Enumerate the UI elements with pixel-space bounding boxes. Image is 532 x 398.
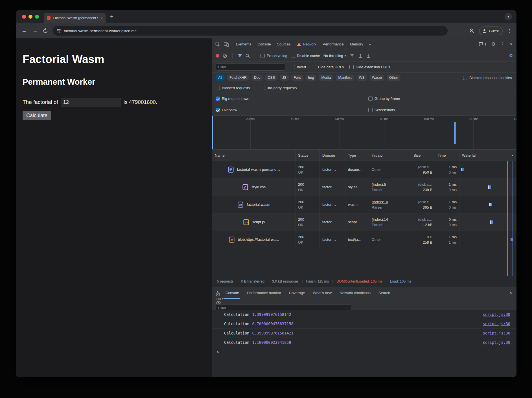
minimize-window-button[interactable] <box>29 15 32 19</box>
network-conditions-icon[interactable] <box>349 54 355 58</box>
source-link[interactable]: script.js:30 <box>483 331 510 335</box>
checkbox[interactable] <box>261 86 265 90</box>
maximize-window-button[interactable] <box>35 15 39 19</box>
clear-console-icon[interactable] <box>216 292 220 297</box>
filter-chip-other[interactable]: Other <box>387 75 400 81</box>
request-row[interactable]: style.css 200OK factori… styles… (index)… <box>212 178 516 196</box>
preserve-log-checkbox[interactable]: Preserve log <box>260 54 287 58</box>
filter-chip-ws[interactable]: WS <box>356 75 367 81</box>
drawer-tab-network-conditions[interactable]: Network conditions <box>336 287 375 299</box>
overview-checkbox[interactable]: Overview <box>216 108 368 112</box>
more-tabs-icon[interactable]: » <box>366 42 373 47</box>
live-expression-eye-icon[interactable] <box>216 301 221 305</box>
devtools-settings-icon[interactable]: ⚙ <box>491 42 495 47</box>
source-link[interactable]: script.js:30 <box>483 312 510 317</box>
close-window-button[interactable] <box>22 15 26 19</box>
browser-tab[interactable]: Factorial Wasm (permanent W × <box>44 13 106 23</box>
drawer-tab-console[interactable]: Console <box>222 287 243 299</box>
request-row[interactable]: factorial-wasm-permane… 200OK factori… d… <box>212 161 516 178</box>
column-header-type[interactable]: Type <box>345 150 369 161</box>
device-toolbar-icon[interactable] <box>224 41 229 47</box>
checkbox[interactable] <box>463 76 467 80</box>
initiator-link[interactable]: (index):5 <box>372 182 408 187</box>
column-header-size[interactable]: Size <box>411 150 435 161</box>
hide-data-urls-checkbox[interactable]: Hide data URLs <box>312 65 344 69</box>
factorial-input[interactable] <box>61 98 121 106</box>
filter-chip-wasm[interactable]: Wasm <box>369 75 384 81</box>
forward-button[interactable]: → <box>32 28 38 34</box>
network-filter-input[interactable] <box>216 64 285 71</box>
hide-extension-urls-checkbox[interactable]: Hide extension URLs <box>349 65 390 69</box>
import-har-icon[interactable] <box>358 54 363 58</box>
devtools-menu-icon[interactable]: ⋮ <box>500 41 505 47</box>
column-header-status[interactable]: Status <box>295 150 319 161</box>
source-link[interactable]: script.js:30 <box>483 322 510 326</box>
drawer-tab-performance-monitor[interactable]: Performance monitor <box>243 287 285 299</box>
reload-button[interactable] <box>43 28 48 33</box>
address-bar[interactable]: factorial-wasm-permanent-worker.glitch.m… <box>52 26 448 36</box>
checkbox[interactable] <box>368 108 373 112</box>
column-header-domain[interactable]: Domain <box>319 150 345 161</box>
source-link[interactable]: script.js:30 <box>483 340 510 345</box>
drawer-tab-search[interactable]: Search <box>375 287 394 299</box>
checkbox[interactable] <box>312 65 316 69</box>
record-network-log-button[interactable] <box>216 54 219 58</box>
column-header-initiator[interactable]: Initiator <box>369 150 411 161</box>
checkbox-checked[interactable] <box>216 97 220 101</box>
initiator-link[interactable]: (index):10 <box>372 199 408 205</box>
checkbox[interactable] <box>291 54 295 58</box>
blocked-response-cookies-checkbox[interactable]: Blocked response cookies <box>463 76 512 80</box>
filter-chip-all[interactable]: All <box>216 75 225 81</box>
column-header-time[interactable]: Time <box>435 150 459 161</box>
checkbox-checked[interactable] <box>216 108 220 112</box>
filter-chip-fetch-xhr[interactable]: Fetch/XHR <box>227 75 249 81</box>
search-icon[interactable] <box>246 54 250 58</box>
drawer-tab-whats-new[interactable]: What's new <box>309 287 336 299</box>
checkbox[interactable] <box>349 65 354 69</box>
drawer-tab-coverage[interactable]: Coverage <box>285 287 309 299</box>
inspect-element-icon[interactable] <box>215 41 221 47</box>
clear-network-log-icon[interactable] <box>223 54 227 58</box>
invert-checkbox[interactable]: Invert <box>291 65 306 69</box>
tab-sources[interactable]: Sources <box>274 38 294 50</box>
disable-cache-checkbox[interactable]: Disable cache <box>291 54 320 58</box>
filter-chip-js[interactable]: JS <box>280 75 289 81</box>
column-header-name[interactable]: Name <box>212 150 295 161</box>
network-overview-timeline[interactable]: 20 ms 40 ms 60 ms 80 ms 100 ms 120 ms 14 <box>212 116 516 150</box>
profile-button[interactable]: Guest <box>479 27 503 35</box>
request-row[interactable]: <> script.js 200OK factori… script (inde… <box>212 213 516 231</box>
filter-chip-manifest[interactable]: Manifest <box>336 75 354 81</box>
console-prompt[interactable]: > <box>212 347 516 357</box>
group-by-frame-checkbox[interactable]: Group by frame <box>368 97 400 101</box>
tab-memory[interactable]: Memory <box>347 38 366 50</box>
request-row[interactable]: <> blob:https://factorial-wa… 200OK fact… <box>212 231 516 248</box>
tab-search-button[interactable]: ▾ <box>505 13 512 20</box>
screenshots-checkbox[interactable]: Screenshots <box>368 108 395 112</box>
export-har-icon[interactable] <box>366 54 371 58</box>
browser-menu-button[interactable]: ⋮ <box>507 28 512 34</box>
filter-icon[interactable] <box>238 54 242 58</box>
initiator-link[interactable]: (index):14 <box>372 217 408 222</box>
back-button[interactable]: ← <box>21 28 27 34</box>
devtools-close-icon[interactable]: × <box>510 42 513 47</box>
tab-performance[interactable]: Performance <box>319 38 347 50</box>
tab-close-icon[interactable]: × <box>100 16 103 20</box>
column-header-waterfall[interactable]: Waterfall ▲ <box>459 150 516 161</box>
blocked-requests-checkbox[interactable]: Blocked requests <box>216 86 250 90</box>
filter-chip-font[interactable]: Font <box>291 75 303 81</box>
tab-network[interactable]: Network <box>294 38 320 50</box>
filter-chip-img[interactable]: Img <box>306 75 317 81</box>
filter-chip-css[interactable]: CSS <box>265 75 277 81</box>
issues-counter[interactable]: 1 <box>479 42 486 46</box>
network-settings-icon[interactable]: ⚙ <box>509 53 513 58</box>
checkbox[interactable] <box>368 97 373 101</box>
big-request-rows-checkbox[interactable]: Big request rows <box>216 97 368 101</box>
zoom-icon[interactable] <box>469 28 475 34</box>
throttling-select[interactable]: No throttling ▾ <box>323 54 346 58</box>
new-tab-button[interactable]: + <box>110 13 113 20</box>
tab-elements[interactable]: Elements <box>233 38 254 50</box>
filter-chip-media[interactable]: Media <box>319 75 333 81</box>
filter-chip-doc[interactable]: Doc <box>251 75 263 81</box>
request-row[interactable]: WA factorial.wasm 200OK factori… wasm (i… <box>212 196 516 213</box>
checkbox[interactable] <box>216 86 220 90</box>
